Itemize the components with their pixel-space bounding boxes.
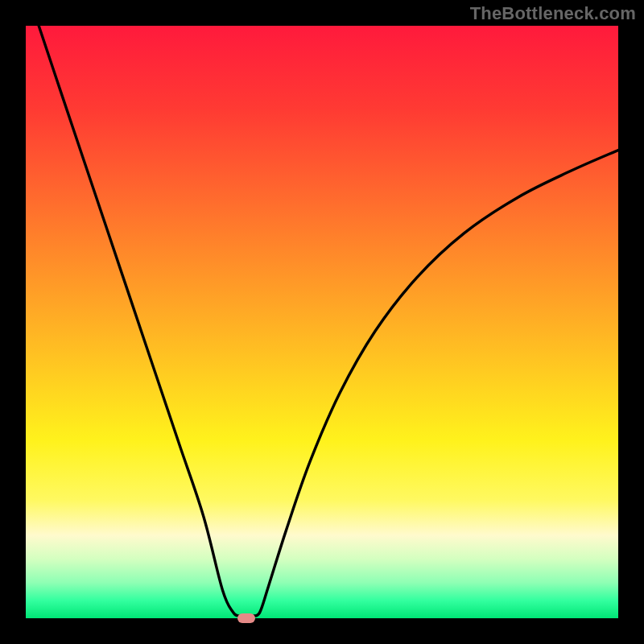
gradient-background	[26, 26, 618, 618]
minimum-marker	[237, 613, 255, 623]
plot-area	[26, 26, 618, 618]
bottleneck-chart	[26, 26, 618, 618]
attribution-text: TheBottleneck.com	[470, 3, 636, 24]
chart-frame: TheBottleneck.com	[0, 0, 644, 644]
